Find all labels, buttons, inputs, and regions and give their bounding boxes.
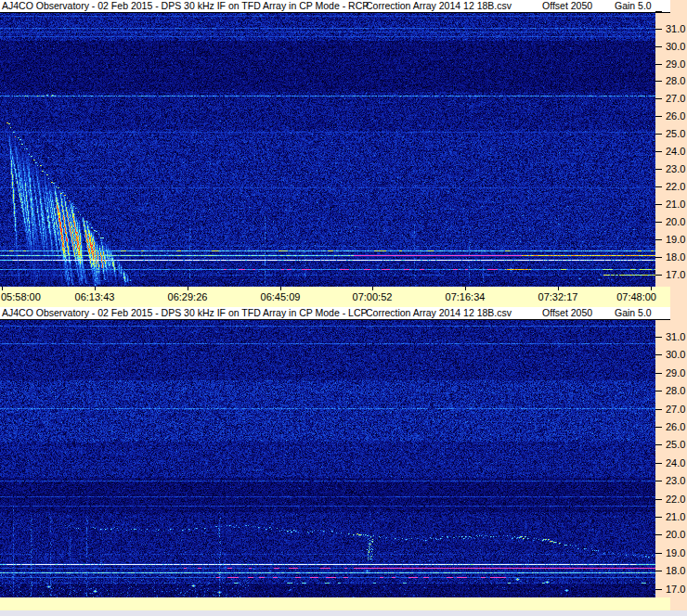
time-tick-label: 06:45:09 (239, 291, 322, 302)
gain-value-rcp: Gain 5.0 (615, 0, 652, 12)
time-tick-label: 06:29:26 (146, 291, 229, 302)
freq-tick-label: 17.0 (666, 584, 685, 595)
freq-tick-mark (655, 81, 662, 82)
freq-tick-label: 19.0 (666, 548, 685, 558)
freq-tick-mark (655, 517, 662, 518)
freq-tick-mark (655, 186, 662, 187)
time-tick-mark (372, 287, 373, 290)
time-tick-mark (558, 287, 559, 290)
time-tick-mark (188, 287, 188, 290)
freq-tick-label: 24.0 (666, 147, 685, 157)
freq-axis-rcp: 31.030.029.028.027.026.025.024.023.022.0… (655, 13, 687, 287)
offset-value-rcp: Offset 2050 (542, 0, 592, 12)
time-axis: 05:58:0006:13:4306:29:2606:45:0907:00:52… (0, 287, 670, 307)
freq-tick-label: 30.0 (666, 42, 685, 52)
freq-axis-lcp: 31.030.029.028.027.026.025.024.023.022.0… (655, 320, 687, 597)
time-tick-mark (95, 287, 96, 290)
freq-tick-label: 18.0 (666, 252, 685, 263)
freq-tick-label: 19.0 (666, 235, 685, 245)
freq-tick-label: 20.0 (666, 530, 685, 540)
freq-tick-label: 28.0 (666, 386, 685, 396)
freq-tick-label: 25.0 (666, 440, 685, 450)
time-axis-lcp-empty (0, 597, 670, 610)
freq-tick-label: 21.0 (666, 512, 685, 522)
freq-tick-mark (655, 589, 662, 590)
freq-tick-mark (655, 427, 662, 428)
freq-tick-mark (655, 134, 662, 135)
footer-strip (0, 610, 687, 616)
time-tick-mark (465, 287, 466, 290)
freq-tick-mark (655, 98, 662, 99)
freq-tick-mark (655, 463, 662, 464)
time-tick-label: 07:48:00 (573, 291, 656, 302)
time-tick-label: 06:13:43 (53, 291, 136, 302)
freq-tick-label: 31.0 (666, 332, 685, 342)
freq-tick-mark (655, 46, 662, 47)
correction-file-lcp: Correction Array 2014 12 18B.csv (366, 307, 512, 319)
title-bar-rcp: AJ4CO Observatory - 02 Feb 2015 - DPS 30… (0, 0, 670, 13)
freq-tick-mark (655, 553, 662, 554)
freq-tick-label: 18.0 (666, 566, 685, 576)
freq-tick-label: 27.0 (666, 94, 685, 104)
freq-tick-mark (655, 534, 662, 535)
freq-tick-mark (655, 337, 662, 338)
freq-tick-mark (655, 151, 662, 152)
freq-tick-mark (655, 409, 662, 410)
freq-tick-mark (655, 499, 662, 500)
time-tick-mark (2, 287, 3, 290)
freq-tick-mark-top (655, 11, 662, 12)
freq-tick-mark (655, 222, 662, 223)
freq-tick-mark (655, 169, 662, 170)
time-tick-mark (280, 287, 281, 290)
freq-tick-label: 29.0 (666, 59, 685, 70)
freq-tick-label: 21.0 (666, 199, 685, 210)
freq-tick-mark (655, 373, 662, 374)
freq-tick-label: 22.0 (666, 182, 685, 192)
freq-tick-label: 23.0 (666, 476, 685, 486)
freq-tick-label: 23.0 (666, 164, 685, 174)
gain-value-lcp: Gain 5.0 (615, 307, 652, 319)
spectrograph-window: AJ4CO Observatory - 02 Feb 2015 - DPS 30… (0, 0, 687, 616)
freq-tick-mark (655, 571, 662, 571)
panel-title-rcp: AJ4CO Observatory - 02 Feb 2015 - DPS 30… (2, 0, 369, 12)
panel-title-lcp: AJ4CO Observatory - 02 Feb 2015 - DPS 30… (2, 307, 368, 319)
freq-tick-mark (655, 391, 662, 391)
time-tick-label: 07:16:34 (423, 291, 507, 302)
time-tick-mark (651, 287, 652, 290)
freq-tick-label: 24.0 (666, 458, 685, 468)
freq-tick-mark-top (655, 319, 662, 320)
freq-tick-label: 17.0 (666, 270, 685, 280)
freq-tick-mark (655, 257, 662, 258)
freq-tick-mark (655, 116, 662, 117)
freq-tick-mark (655, 354, 662, 355)
spectrogram-lcp[interactable] (0, 320, 655, 597)
freq-tick-mark (655, 29, 662, 30)
freq-tick-label: 26.0 (666, 422, 685, 432)
correction-file-rcp: Correction Array 2014 12 18B.csv (366, 0, 512, 12)
freq-tick-mark (655, 239, 662, 240)
offset-value-lcp: Offset 2050 (542, 307, 592, 319)
title-bar-lcp: AJ4CO Observatory - 02 Feb 2015 - DPS 30… (0, 307, 670, 320)
freq-tick-label: 22.0 (666, 494, 685, 505)
freq-tick-label: 20.0 (666, 217, 685, 227)
freq-tick-mark (655, 275, 662, 276)
freq-tick-label: 26.0 (666, 111, 685, 122)
time-tick-label: 07:00:52 (331, 291, 414, 302)
freq-tick-label: 25.0 (666, 129, 685, 139)
freq-tick-mark (655, 64, 662, 65)
freq-tick-mark (655, 444, 662, 445)
freq-tick-mark (655, 481, 662, 481)
freq-tick-label: 29.0 (666, 368, 685, 379)
freq-tick-label: 27.0 (666, 404, 685, 415)
freq-tick-mark (655, 204, 662, 205)
freq-tick-label: 30.0 (666, 350, 685, 360)
spectrogram-rcp[interactable] (0, 13, 655, 287)
freq-tick-label: 28.0 (666, 76, 685, 86)
freq-tick-label: 31.0 (666, 24, 685, 34)
